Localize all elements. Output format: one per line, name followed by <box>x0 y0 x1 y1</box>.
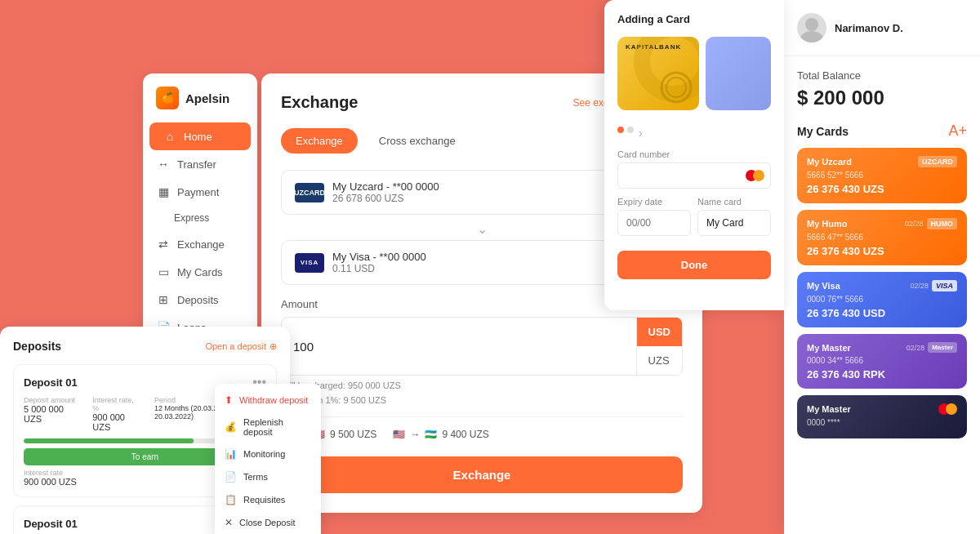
sidebar-label-mycards: My Cards <box>177 266 223 278</box>
context-close-deposit[interactable]: ✕ Close Deposit <box>215 511 321 534</box>
card-number-4: 0000 34** 5666 <box>807 356 957 365</box>
close-deposit-icon: ✕ <box>225 517 233 528</box>
name-group: Name card <box>697 197 771 236</box>
card-number-1: 5666 52** 5666 <box>807 171 957 180</box>
sidebar-item-deposits[interactable]: ⊞ Deposits <box>143 286 257 314</box>
sidebar-item-home[interactable]: ⌂ Home <box>149 122 251 150</box>
context-menu: ⬆ Withdraw deposit 💰 Replenish deposit 📊… <box>215 384 321 534</box>
currency-uzs-option[interactable]: UZS <box>637 346 682 375</box>
my-cards-title: My Cards <box>797 125 849 138</box>
card-amount-3: 26 376 430 USD <box>807 307 957 319</box>
card-item-uzcard[interactable]: My Uzcard UZCARD 5666 52** 5666 26 376 4… <box>797 148 967 203</box>
card-logo-4: Master <box>928 342 957 353</box>
sidebar-item-payment[interactable]: ▦ Payment <box>143 178 257 206</box>
card-meta-2: 02/28 HUMO <box>905 218 957 229</box>
card-amount-2: 26 376 430 UZS <box>807 245 957 257</box>
exchange-title: Exchange <box>281 93 358 112</box>
context-terms[interactable]: 📄 Terms <box>215 465 321 488</box>
open-deposit-icon: ⊕ <box>270 341 277 352</box>
expiry-input[interactable] <box>617 210 691 236</box>
card-name-4: My Master <box>807 343 851 353</box>
dot-2[interactable] <box>627 127 634 133</box>
chevron-right-icon[interactable]: › <box>639 127 643 140</box>
card-header-5: My Master <box>807 403 957 415</box>
app-logo: 🍊 Apelsin <box>143 87 257 122</box>
card-name-1: My Uzcard <box>807 157 852 167</box>
tab-cross-exchange[interactable]: Cross exchange <box>364 128 470 154</box>
card-preview-1[interactable]: KAPITALBANK <box>617 37 699 110</box>
card-number-label: Card number <box>617 149 771 159</box>
terms-icon: 📄 <box>225 471 237 483</box>
card-name-2: My Humo <box>807 219 848 229</box>
card-expiry-4: 02/28 <box>906 344 925 352</box>
visa-logo: VISA <box>295 253 324 273</box>
card-number-2: 5666 47** 5666 <box>807 233 957 242</box>
mastercard-badge <box>746 170 764 181</box>
right-panel: Narimanov D. Total Balance $ 200 000 My … <box>784 0 980 534</box>
uzcard-logo: UZCARD <box>295 183 324 202</box>
card-amount-4: 26 376 430 RPK <box>807 368 957 380</box>
svg-point-0 <box>805 18 818 31</box>
name-label: Name card <box>697 197 771 207</box>
context-replenish[interactable]: 💰 Replenish deposit <box>215 412 321 443</box>
context-requisites[interactable]: 📋 Requisites <box>215 488 321 511</box>
from-card-details: My Uzcard - **00 0000 26 678 600 UZS <box>332 180 439 204</box>
to-card-name: My Visa - **00 0000 <box>332 251 426 263</box>
sidebar-label-exchange: Exchange <box>177 238 225 251</box>
usd-flag-2: 🇺🇸 <box>393 429 405 440</box>
sidebar-label-express: Express <box>174 212 209 224</box>
card-item-humo[interactable]: My Humo 02/28 HUMO 5666 47** 5666 26 376… <box>797 210 967 265</box>
card-logo-3: VISA <box>932 280 957 291</box>
card-amount-1: 26 376 430 UZS <box>807 183 957 195</box>
exchange-button[interactable]: Exchange <box>281 456 683 493</box>
done-button[interactable]: Done <box>617 251 771 279</box>
context-monitoring[interactable]: 📊 Monitoring <box>215 443 321 465</box>
sidebar-label-deposits: Deposits <box>177 294 219 306</box>
sidebar-item-exchange[interactable]: ⇄ Exchange <box>143 230 257 258</box>
deposits-title: Deposits <box>13 340 61 353</box>
app-name: Apelsin <box>185 91 229 105</box>
balance-label: Total Balance <box>797 69 967 82</box>
card-name-5: My Master <box>807 404 851 414</box>
deposits-icon: ⊞ <box>156 293 171 306</box>
to-card-details: My Visa - **00 0000 0.11 USD <box>332 251 426 274</box>
amount-section: Amount USD UZS Will be charged: 950 000 … <box>281 298 683 405</box>
sidebar-label-transfer: Transfer <box>177 158 216 171</box>
logo-icon: 🍊 <box>156 87 179 109</box>
tab-exchange[interactable]: Exchange <box>281 128 358 154</box>
context-withdraw[interactable]: ⬆ Withdraw deposit <box>215 389 321 412</box>
card-header-3: My Visa 02/28 VISA <box>807 280 957 291</box>
card-expiry-2: 02/28 <box>905 220 924 228</box>
sidebar-label-payment: Payment <box>177 186 219 198</box>
deposit-2-name: Deposit 01 <box>24 518 78 530</box>
amount-input[interactable] <box>282 332 636 362</box>
card-item-master[interactable]: My Master 02/28 Master 0000 34** 5666 26… <box>797 334 967 389</box>
card-preview-2[interactable] <box>706 37 771 110</box>
will-be-charged: Will be charged: 950 000 UZS <box>281 380 683 390</box>
sidebar-item-express[interactable]: Express <box>143 206 257 230</box>
requisites-icon: 📋 <box>225 494 237 505</box>
to-card-info: VISA My Visa - **00 0000 0.11 USD <box>295 251 426 274</box>
expiry-label: Expiry date <box>617 197 691 207</box>
cards-icon: ▭ <box>156 265 171 278</box>
deposit-1-progress-fill <box>24 438 194 443</box>
card-number-3: 0000 76** 5666 <box>807 295 957 304</box>
user-header: Narimanov D. <box>784 0 980 56</box>
card-name-3: My Visa <box>807 281 840 291</box>
sidebar-item-mycards[interactable]: ▭ My Cards <box>143 258 257 286</box>
currency-usd-option[interactable]: USD <box>637 318 682 346</box>
card-meta-4: 02/28 Master <box>906 342 957 353</box>
card-expiry-name-row: Expiry date Name card <box>617 197 771 244</box>
arrow-icon-2: → <box>410 429 420 440</box>
mastercard-circles <box>938 403 957 415</box>
card-item-visa[interactable]: My Visa 02/28 VISA 0000 76** 5666 26 376… <box>797 272 967 327</box>
exchange-icon: ⇄ <box>156 238 171 251</box>
add-card-title: Adding a Card <box>617 13 771 25</box>
card-item-dark[interactable]: My Master 0000 **** <box>797 395 967 438</box>
sidebar-item-transfer[interactable]: ↔ Transfer <box>143 150 257 178</box>
card-name-input[interactable] <box>697 210 771 236</box>
open-deposit-button[interactable]: Open a deposit ⊕ <box>205 341 277 352</box>
expiry-group: Expiry date <box>617 197 691 236</box>
add-card-button[interactable]: A+ <box>948 122 967 140</box>
dot-1[interactable] <box>617 127 624 133</box>
